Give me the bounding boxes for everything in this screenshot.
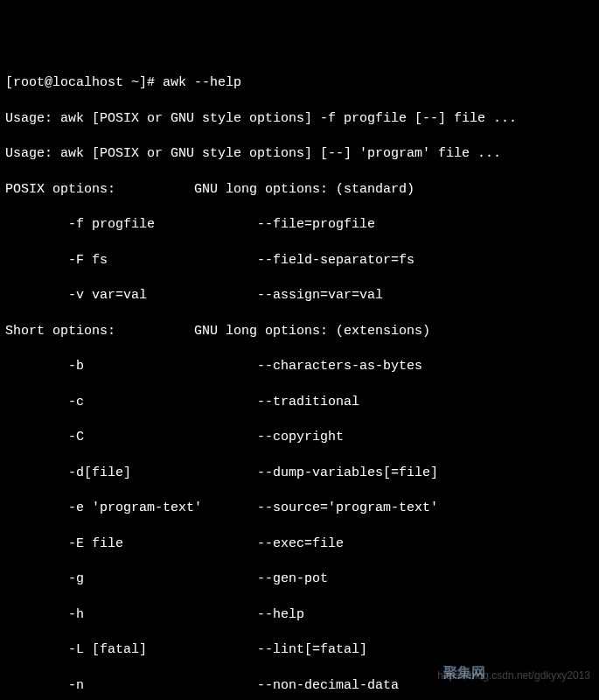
usage-line: Usage: awk [POSIX or GNU style options] … [5,145,594,163]
option-line: -C --copyright [5,429,594,446]
option-line: -E file --exec=file [5,536,594,553]
option-line: -L [fatal] --lint[=fatal] [5,641,594,659]
option-line: -f progfile --file=progfile [5,216,594,234]
prompt-line: [root@localhost ~]# awk --help [5,74,594,92]
option-line: -h --help [5,606,594,624]
option-line: -F fs --field-separator=fs [5,252,594,270]
section-header: Short options: GNU long options: (extens… [5,323,594,340]
option-line: -c --traditional [5,394,594,411]
usage-line: Usage: awk [POSIX or GNU style options] … [5,110,594,128]
option-line: -g --gen-pot [5,570,594,588]
option-line: -e 'program-text' --source='program-text… [5,500,594,517]
option-line: -d[file] --dump-variables[=file] [5,465,594,482]
option-line: -v var=val --assign=var=val [5,287,594,304]
option-line: -n --non-decimal-data [5,677,594,695]
option-line: -b --characters-as-bytes [5,358,594,375]
section-header: POSIX options: GNU long options: (standa… [5,181,594,199]
